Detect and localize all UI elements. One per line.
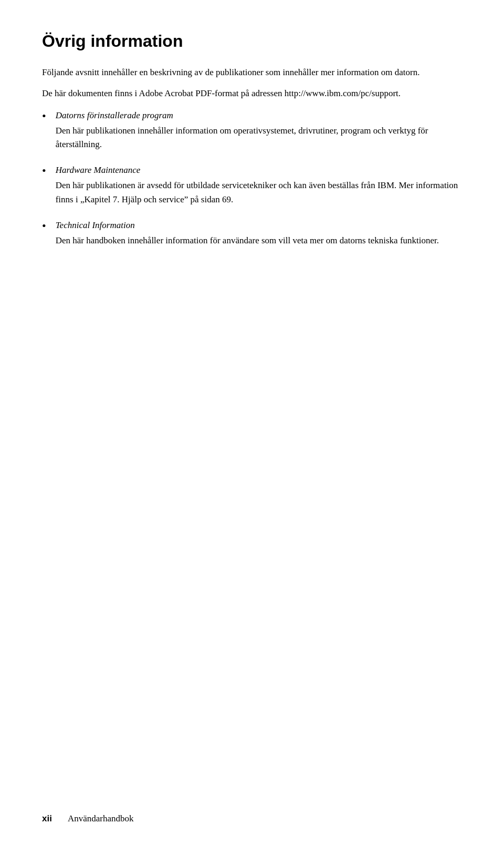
list-item: •Hardware MaintenanceDen här publikation… xyxy=(42,165,462,207)
bullet-list: •Datorns förinstallerade programDen här … xyxy=(42,110,462,248)
intro-paragraph-2: De här dokumenten finns i Adobe Acrobat … xyxy=(42,87,462,100)
intro-paragraph-1: Följande avsnitt innehåller en beskrivni… xyxy=(42,66,462,79)
bullet-content: Technical InformationDen här handboken i… xyxy=(56,220,462,248)
bullet-dot-icon: • xyxy=(42,219,46,233)
page-content: Övrig information Följande avsnitt inneh… xyxy=(0,0,504,303)
list-item: •Technical InformationDen här handboken … xyxy=(42,220,462,248)
bullet-item-text: Den här publikationen innehåller informa… xyxy=(56,126,428,149)
footer-book-title: Användarhandbok xyxy=(68,813,134,824)
bullet-item-text: Den här publikationen är avsedd för utbi… xyxy=(56,180,458,204)
bullet-item-text: Den här handboken innehåller information… xyxy=(56,235,439,245)
footer-page-number: xii xyxy=(42,813,52,824)
bullet-item-title: Technical Information xyxy=(56,220,462,231)
page-footer: xii Användarhandbok xyxy=(0,813,504,824)
bullet-content: Datorns förinstallerade programDen här p… xyxy=(56,110,462,152)
bullet-dot-icon: • xyxy=(42,109,46,123)
bullet-item-title: Hardware Maintenance xyxy=(56,165,462,176)
bullet-dot-icon: • xyxy=(42,164,46,178)
bullet-item-title: Datorns förinstallerade program xyxy=(56,110,462,121)
page-title: Övrig information xyxy=(42,32,462,51)
list-item: •Datorns förinstallerade programDen här … xyxy=(42,110,462,152)
bullet-content: Hardware MaintenanceDen här publikatione… xyxy=(56,165,462,207)
